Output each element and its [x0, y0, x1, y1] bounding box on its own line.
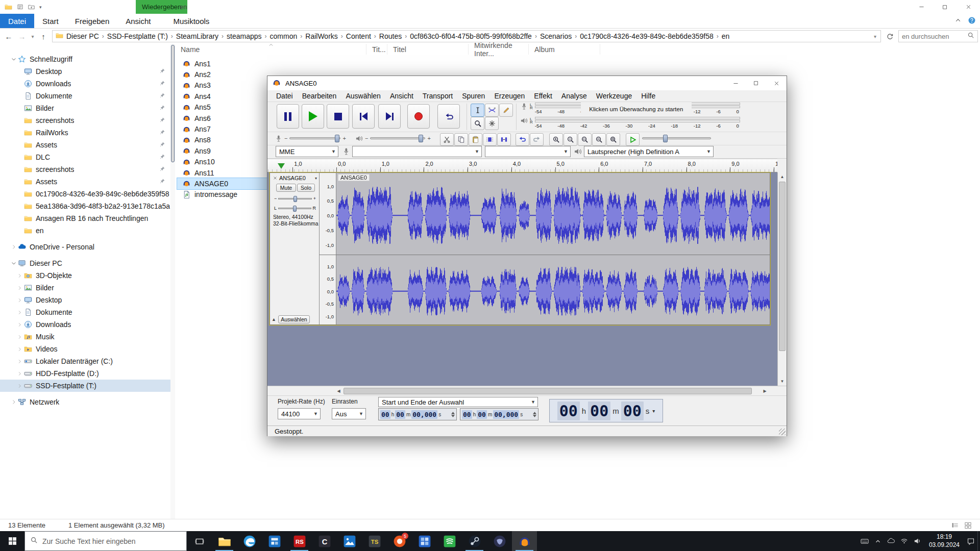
breadcrumb-segment[interactable]: Routes [376, 32, 405, 40]
ribbon-tab-freigeben[interactable]: Freigeben [67, 14, 118, 28]
refresh-button[interactable] [883, 30, 896, 42]
zoom-out-button[interactable] [564, 133, 577, 146]
horizontal-scrollbar[interactable]: ◀ ▶ [267, 386, 787, 395]
taskbar-app-edge[interactable] [237, 531, 262, 551]
paste-button[interactable] [469, 133, 482, 146]
selection-tool-button[interactable] [471, 104, 484, 117]
scrollbar-thumb[interactable] [779, 182, 786, 351]
breadcrumb-segment[interactable]: common [267, 32, 301, 40]
qat-properties-icon[interactable] [17, 4, 23, 10]
breadcrumb-segment[interactable]: RailWorks [302, 32, 341, 40]
search-icon[interactable] [967, 32, 974, 41]
task-view-button[interactable] [187, 531, 212, 551]
skip-start-button[interactable] [352, 104, 375, 129]
pause-button[interactable] [277, 104, 299, 129]
sidebar-section-schnellzugriff[interactable]: Schnellzugriff [0, 53, 170, 65]
search-input[interactable] [902, 33, 967, 40]
zoom-in-button[interactable] [549, 133, 563, 146]
time-spinner[interactable] [533, 412, 536, 417]
solo-button[interactable]: Solo [297, 184, 315, 192]
redo-button[interactable] [530, 133, 544, 146]
taskbar-app-blue-app[interactable] [262, 531, 287, 551]
breadcrumb-segment[interactable]: SteamLibrary [173, 32, 222, 40]
audio-host-select[interactable]: MME▼ [276, 146, 338, 157]
search-icon[interactable] [967, 32, 974, 39]
sidebar-item-dlc[interactable]: DLC [0, 151, 170, 163]
time-digits-s[interactable]: 00 [621, 402, 644, 420]
recording-volume-slider[interactable]: −+ [275, 133, 346, 144]
selection-end-time[interactable]: 00h00m00,000s [460, 408, 538, 420]
audio-position-display[interactable]: 00h00m00s▾ [549, 399, 663, 422]
taskbar-app-steam[interactable] [462, 531, 487, 551]
skip-end-button[interactable] [378, 104, 401, 129]
slider-groove[interactable] [370, 137, 425, 139]
audacity-titlebar[interactable]: ANSAGE0 [267, 76, 787, 90]
snap-select[interactable]: Aus▼ [332, 408, 366, 419]
mute-button[interactable]: Mute [276, 184, 296, 192]
clock[interactable]: 18:19 03.09.2024 [924, 533, 964, 549]
multi-tool-button[interactable] [485, 117, 499, 130]
slider-thumb[interactable] [293, 196, 297, 202]
sidebar-section-dieser-pc[interactable]: Dieser PC [0, 257, 170, 269]
column-header-3[interactable]: Titel [389, 44, 469, 55]
taskbar-app-green-app[interactable] [437, 531, 462, 551]
sidebar-item-assets[interactable]: Assets [0, 176, 170, 188]
scrollbar-thumb[interactable] [344, 388, 752, 394]
menu-transport[interactable]: Transport [418, 92, 457, 100]
zoom-selection-button[interactable] [578, 133, 592, 146]
sidebar-scrollbar[interactable] [170, 44, 175, 519]
action-center-icon[interactable] [964, 531, 977, 551]
file-row-ans1[interactable]: Ans1 [177, 58, 601, 69]
start-button[interactable] [0, 531, 24, 551]
sidebar-item-assets[interactable]: Assets [0, 139, 170, 151]
menu-werkzeuge[interactable]: Werkzeuge [592, 92, 637, 100]
sidebar-item-en[interactable]: en [0, 224, 170, 237]
track-select-button[interactable]: Auswählen [278, 315, 310, 323]
show-desktop-button[interactable] [977, 531, 980, 551]
maximize-button[interactable] [746, 76, 766, 90]
column-header-5[interactable]: Album [531, 44, 600, 55]
menu-auswählen[interactable]: Auswählen [341, 92, 385, 100]
breadcrumb-segment[interactable]: Scenarios [537, 32, 575, 40]
touch-keyboard-icon[interactable] [858, 531, 871, 551]
loop-button[interactable] [437, 104, 460, 129]
show-hidden-icons-icon[interactable] [871, 531, 885, 551]
sidebar-item-hdd-festplatte-d-[interactable]: HDD-Festplatte (D:) [0, 367, 170, 380]
scroll-right-icon[interactable]: ▶ [761, 387, 769, 395]
track-close-button[interactable] [272, 174, 278, 181]
taskbar-app-audacity[interactable] [512, 531, 537, 551]
trim-button[interactable] [483, 133, 497, 146]
column-header-4[interactable]: Mitwirkende Inter... [471, 44, 529, 55]
waveform-channel-left[interactable] [336, 173, 770, 255]
time-digits-h[interactable]: 00 [557, 402, 580, 420]
close-button[interactable] [766, 76, 787, 90]
vertical-ruler[interactable]: 1,00,50,0-0,5-1,01,00,50,0-0,5-1,0 [320, 173, 336, 324]
track-name-menu[interactable]: ANSAGE0▾ [279, 174, 317, 182]
recording-device-select[interactable]: ▼ [352, 146, 482, 157]
timeline-pin-icon[interactable] [278, 163, 285, 169]
sidebar-item-videos[interactable]: Videos [0, 343, 170, 355]
slider-groove[interactable] [289, 137, 340, 139]
chevron-down-icon[interactable]: ▾ [652, 408, 655, 414]
playback-volume-slider[interactable]: −+ [355, 133, 431, 144]
slider-groove[interactable] [642, 137, 711, 139]
taskbar-app-dark-circle-app[interactable] [487, 531, 512, 551]
taskbar-app-photos[interactable] [337, 531, 362, 551]
recent-locations-icon[interactable]: ▾ [29, 30, 37, 43]
silence-button[interactable] [497, 133, 511, 146]
time-digits-m[interactable]: 00 [477, 410, 487, 419]
slider-thumb[interactable] [335, 135, 339, 142]
ribbon-tab-start[interactable]: Start [34, 14, 67, 28]
up-button[interactable]: ↑ [37, 30, 50, 43]
taskbar-app-railworks[interactable]: RS [287, 531, 312, 551]
sidebar-item-ssd-festplatte-t-[interactable]: SSD-Festplatte (T:) [0, 380, 170, 392]
waveform-channel-right[interactable] [336, 255, 770, 324]
sidebar-section-onedrive-personal[interactable]: OneDrive - Personal [0, 241, 170, 253]
menu-analyse[interactable]: Analyse [557, 92, 592, 100]
sidebar-item-dokumente[interactable]: Dokumente [0, 90, 170, 102]
sidebar-item-downloads[interactable]: Downloads [0, 78, 170, 90]
quick-access-toolbar[interactable]: ▾ [0, 3, 42, 11]
breadcrumb-segment[interactable]: Content [343, 32, 374, 40]
ribbon-tab-musiktools[interactable]: Musiktools [165, 14, 217, 28]
address-dropdown-icon[interactable]: ▾ [871, 34, 879, 39]
